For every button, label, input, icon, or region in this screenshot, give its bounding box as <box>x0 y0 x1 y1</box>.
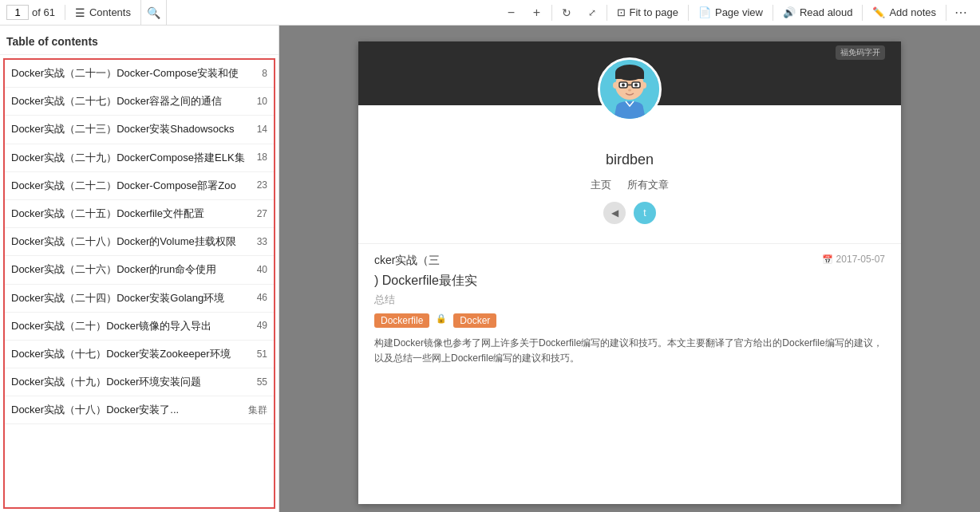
contents-icon: ☰ <box>75 6 85 19</box>
toc-item[interactable]: Docker实战（二十四）Docker安装Golang环境46 <box>5 285 274 313</box>
divider-6 <box>946 5 946 21</box>
toc-item-page: 集群 <box>248 404 267 417</box>
nav-articles[interactable]: 所有文章 <box>627 178 669 192</box>
more-options-button[interactable]: ⋯ <box>948 0 974 26</box>
toc-item-text: Docker实战（二十九）DockerCompose搭建ELK集 <box>11 151 251 165</box>
search-button[interactable]: 🔍 <box>141 0 167 26</box>
divider-5 <box>862 5 863 21</box>
avatar <box>598 57 662 121</box>
fit-icon: ⊡ <box>617 6 626 18</box>
toc-item[interactable]: Docker实战（二十六）Docker的run命令使用40 <box>5 256 274 284</box>
sidebar: Table of contents Docker实战（二十一）Docker-Co… <box>0 26 279 512</box>
article-body: 构建Docker镜像也参考了网上许多关于Dockerfile编写的建议和技巧。本… <box>374 336 885 366</box>
page-view-button[interactable]: 📄 Page view <box>690 0 771 26</box>
pdf-social: ◀ t <box>603 202 656 224</box>
toc-item[interactable]: Docker实战（二十二）Docker-Compose部署Zoo23 <box>5 172 274 200</box>
toc-item-page: 23 <box>251 179 267 192</box>
avatar-illustration <box>600 60 659 119</box>
toc-item[interactable]: Docker实战（二十八）Docker的Volume挂载权限33 <box>5 228 274 256</box>
total-pages: of 61 <box>32 6 55 18</box>
svg-point-10 <box>613 82 618 89</box>
toc-item[interactable]: Docker实战（十九）Docker环境安装问题55 <box>5 368 274 396</box>
divider-4 <box>773 5 773 21</box>
nav-home[interactable]: 主页 <box>591 178 611 192</box>
page-number-input[interactable]: 1 <box>6 5 29 20</box>
article-date-text: 2017-05-07 <box>836 254 885 265</box>
article-tagline: 总结 <box>374 293 885 307</box>
fit-to-page-button[interactable]: ⊡ Fit to page <box>609 0 686 26</box>
toc-item-page: 10 <box>251 95 267 108</box>
toc-item-page: 55 <box>251 376 267 389</box>
toc-item-page: 27 <box>251 207 267 221</box>
username: birdben <box>606 152 654 168</box>
toc-item-text: Docker实战（二十一）Docker-Compose安装和使 <box>11 66 251 81</box>
social-btn-2[interactable]: t <box>634 202 656 224</box>
contents-button[interactable]: ☰ Contents <box>65 0 141 26</box>
toc-item-text: Docker实战（十七）Docker安装Zookeeper环境 <box>11 347 251 361</box>
fullscreen-button[interactable]: ⤢ <box>579 0 605 26</box>
add-notes-label: Add notes <box>889 6 936 18</box>
add-notes-button[interactable]: ✏️ Add notes <box>864 0 944 26</box>
toc-item-text: Docker实战（二十四）Docker安装Golang环境 <box>11 291 251 305</box>
svg-point-9 <box>628 89 631 92</box>
calendar-icon: 📅 <box>822 254 833 265</box>
toc-item[interactable]: Docker实战（二十）Docker镜像的导入导出49 <box>5 313 274 341</box>
toc-item-page: 49 <box>251 319 267 333</box>
article-header: cker实战（三 📅 2017-05-07 <box>374 254 885 268</box>
toc-item-page: 18 <box>251 151 267 164</box>
toc-item-page: 40 <box>251 263 267 277</box>
tag-docker[interactable]: Docker <box>453 313 496 328</box>
toolbar: 1 of 61 ☰ Contents 🔍 − + ↻ ⤢ ⊡ Fit to pa… <box>0 0 980 26</box>
toc-item[interactable]: Docker实战（二十九）DockerCompose搭建ELK集18 <box>5 144 274 172</box>
toolbar-right-controls: − + ↻ ⤢ ⊡ Fit to page 📄 Page view 🔊 Read… <box>499 0 974 26</box>
toc-item-text: Docker实战（二十六）Docker的run命令使用 <box>11 262 251 277</box>
toc-item[interactable]: Docker实战（十八）Docker安装了...集群 <box>5 396 274 424</box>
pdf-nav: 主页 所有文章 <box>591 178 669 192</box>
toc-item-page: 8 <box>251 67 267 81</box>
svg-point-11 <box>642 82 646 89</box>
page-number-section: 1 of 61 <box>6 5 65 20</box>
toc-item-page: 33 <box>251 235 267 249</box>
read-aloud-label: Read aloud <box>800 6 853 18</box>
zoom-out-button[interactable]: − <box>499 0 524 26</box>
read-aloud-icon: 🔊 <box>783 6 796 18</box>
toc-item[interactable]: Docker实战（二十一）Docker-Compose安装和使8 <box>5 60 274 88</box>
toc-item[interactable]: Docker实战（二十三）Docker安装Shadowsocks14 <box>5 116 274 144</box>
banner-badge: 福免码字开 <box>836 45 885 60</box>
tag-separator-icon: 🔒 <box>436 313 447 328</box>
toc-item-text: Docker实战（二十八）Docker的Volume挂载权限 <box>11 234 251 249</box>
pdf-page: 福免码字开 birdben 主页 所有文章 ◀ t cker实战（三 <box>358 41 901 504</box>
rotate-button[interactable]: ↻ <box>554 0 579 26</box>
page-view-icon: 📄 <box>698 6 711 18</box>
article-date: 📅 2017-05-07 <box>822 254 885 265</box>
avatar-container <box>598 57 662 121</box>
content-area: 福免码字开 birdben 主页 所有文章 ◀ t cker实战（三 <box>279 26 980 512</box>
article-preview: cker实战（三 📅 2017-05-07 ) Dockerfile最佳实 总结… <box>358 243 901 376</box>
toc-item-text: Docker实战（二十五）Dockerfile文件配置 <box>11 207 251 221</box>
fit-to-page-label: Fit to page <box>630 6 678 18</box>
toc-item[interactable]: Docker实战（二十七）Docker容器之间的通信10 <box>5 88 274 116</box>
tag-dockerfile[interactable]: Dockerfile <box>374 313 429 328</box>
divider-3 <box>688 5 689 21</box>
sidebar-title: Table of contents <box>0 26 279 55</box>
toc-item[interactable]: Docker实战（十七）Docker安装Zookeeper环境51 <box>5 341 274 368</box>
divider-2 <box>607 5 607 21</box>
toc-item-page: 14 <box>251 123 267 136</box>
svg-point-7 <box>622 84 625 87</box>
main-layout: Table of contents Docker实战（二十一）Docker-Co… <box>0 26 980 512</box>
page-view-label: Page view <box>715 6 763 18</box>
toc-item-page: 51 <box>251 348 267 361</box>
toc-list[interactable]: Docker实战（二十一）Docker-Compose安装和使8Docker实战… <box>3 58 275 509</box>
zoom-in-button[interactable]: + <box>524 0 550 26</box>
search-icon: 🔍 <box>147 6 160 19</box>
toc-item-text: Docker实战（二十二）Docker-Compose部署Zoo <box>11 179 251 193</box>
read-aloud-button[interactable]: 🔊 Read aloud <box>775 0 861 26</box>
article-tags: Dockerfile 🔒 Docker <box>374 313 885 328</box>
divider-1 <box>551 5 552 21</box>
toc-item-text: Docker实战（十九）Docker环境安装问题 <box>11 375 251 389</box>
article-subtitle: ) Dockerfile最佳实 <box>374 273 885 289</box>
article-title: cker实战（三 <box>374 254 440 268</box>
social-btn-1[interactable]: ◀ <box>603 202 626 224</box>
toc-item-text: Docker实战（二十）Docker镜像的导入导出 <box>11 319 251 333</box>
toc-item[interactable]: Docker实战（二十五）Dockerfile文件配置27 <box>5 200 274 228</box>
